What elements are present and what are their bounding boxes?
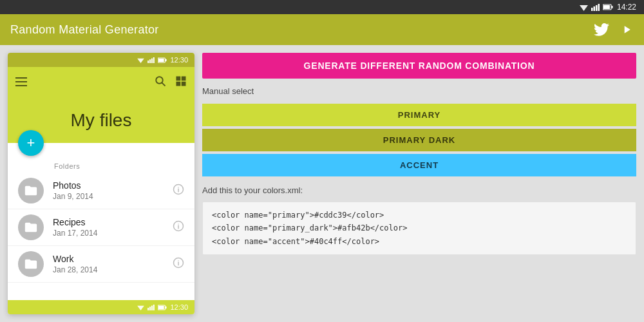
list-item[interactable]: Photos Jan 9, 2014 [8, 173, 194, 209]
svg-marker-0 [580, 5, 588, 11]
svg-point-27 [178, 187, 179, 188]
svg-rect-16 [15, 77, 27, 79]
svg-rect-14 [166, 59, 167, 61]
toolbar-icons [594, 23, 634, 36]
svg-point-33 [178, 260, 179, 261]
svg-rect-35 [148, 307, 149, 310]
folder-icon-recipes [18, 214, 44, 240]
xml-code-box: <color name="primary">#cddc39</color> <c… [202, 202, 636, 255]
twitter-icon[interactable] [594, 23, 609, 36]
app-toolbar: Random Material Generator [0, 14, 644, 45]
list-item-primary-recipes: Recipes [53, 217, 173, 227]
phone-bottom-bar: 12:30 [8, 300, 194, 314]
fab-plus-icon: + [27, 136, 35, 150]
svg-rect-37 [151, 305, 153, 310]
color-options: PRIMARY PRIMARY DARK ACCENT [202, 104, 636, 176]
os-status-bar: 14:22 [0, 0, 644, 14]
svg-rect-40 [166, 306, 167, 308]
svg-rect-4 [598, 4, 600, 11]
status-icons [580, 4, 613, 11]
phone-mockup: 12:30 [8, 53, 194, 314]
primary-dark-color-button[interactable]: PRIMARY DARK [202, 129, 636, 151]
phone-battery-icon [158, 57, 167, 63]
phone-signal-icon [147, 57, 155, 63]
xml-line-3: <color name="accent">#40c4ff</color> [212, 235, 627, 248]
xml-line-2: <color name="primary_dark">#afb42b</colo… [212, 222, 627, 234]
list-section-header: Folders [8, 158, 194, 173]
list-item[interactable]: Work Jan 28, 2014 [8, 246, 194, 283]
svg-rect-38 [153, 305, 155, 310]
list-item-text-work: Work Jan 28, 2014 [44, 254, 173, 274]
signal-icon [591, 4, 600, 11]
xml-section-label: Add this to your colors.xml: [202, 185, 636, 195]
search-icon[interactable] [155, 75, 166, 90]
hamburger-menu-icon[interactable] [15, 76, 27, 90]
list-item-secondary-work: Jan 28, 2014 [53, 265, 173, 274]
phone-bottom-signal-icon [147, 305, 155, 310]
list-item-secondary-photos: Jan 9, 2014 [53, 192, 173, 201]
svg-rect-7 [603, 5, 610, 9]
battery-icon [603, 4, 613, 10]
list-item-text-photos: Photos Jan 9, 2014 [44, 180, 173, 201]
info-icon-work[interactable] [173, 257, 184, 271]
xml-line-1: <color name="primary">#cddc39</color> [212, 209, 627, 222]
svg-point-19 [156, 77, 163, 84]
svg-rect-18 [15, 85, 27, 86]
phone-bottom-wifi-icon [137, 305, 144, 310]
phone-bottom-time: 12:30 [170, 303, 188, 311]
play-store-icon[interactable] [620, 23, 634, 36]
svg-rect-9 [148, 60, 149, 62]
primary-color-button[interactable]: PRIMARY [202, 104, 636, 126]
svg-point-30 [178, 223, 179, 225]
phone-status-bar: 12:30 [8, 53, 194, 67]
app-title: Random Material Generator [10, 23, 159, 37]
svg-marker-8 [138, 58, 145, 62]
phone-list: Folders Photos Jan 9, 2014 [8, 143, 194, 300]
svg-rect-24 [182, 82, 186, 86]
accent-color-button[interactable]: ACCENT [202, 154, 636, 176]
phone-wifi-icon [137, 57, 144, 63]
info-icon-photos[interactable] [173, 184, 184, 198]
phone-toolbar [8, 67, 194, 98]
svg-rect-11 [151, 58, 153, 62]
svg-rect-21 [176, 77, 181, 81]
svg-line-20 [162, 83, 166, 86]
right-panel: Generate different random combination Ma… [202, 53, 636, 314]
generate-button[interactable]: Generate different random combination [202, 53, 636, 79]
info-icon-recipes[interactable] [173, 220, 184, 234]
svg-marker-34 [138, 305, 145, 310]
svg-rect-22 [182, 77, 186, 81]
svg-rect-1 [591, 8, 593, 11]
phone-header-title: My files [71, 110, 132, 131]
list-item-primary-work: Work [53, 254, 173, 264]
phone-bottom-battery-icon [158, 305, 167, 310]
svg-rect-17 [15, 81, 27, 82]
phone-header: My files + [8, 98, 194, 143]
svg-rect-10 [150, 59, 151, 63]
svg-rect-23 [176, 82, 181, 86]
phone-status-time: 12:30 [170, 56, 188, 64]
manual-select-label: Manual select [202, 85, 636, 97]
svg-rect-3 [596, 5, 598, 11]
folder-icon-work [18, 251, 44, 277]
main-content: 12:30 [0, 45, 644, 322]
list-item-secondary-recipes: Jan 17, 2014 [53, 229, 173, 238]
svg-rect-41 [158, 305, 164, 308]
list-item[interactable]: Recipes Jan 17, 2014 [8, 209, 194, 246]
svg-rect-36 [150, 307, 151, 310]
folder-icon-photos [18, 178, 44, 204]
svg-rect-2 [593, 6, 595, 11]
grid-icon[interactable] [175, 75, 187, 90]
phone-toolbar-right [155, 75, 187, 90]
svg-rect-12 [153, 57, 155, 63]
os-time: 14:22 [617, 3, 636, 12]
svg-rect-6 [611, 6, 612, 8]
list-item-text-recipes: Recipes Jan 17, 2014 [44, 217, 173, 238]
svg-rect-15 [158, 58, 164, 61]
fab-add-button[interactable]: + [18, 130, 44, 156]
wifi-icon [580, 4, 588, 11]
list-item-primary-photos: Photos [53, 180, 173, 191]
